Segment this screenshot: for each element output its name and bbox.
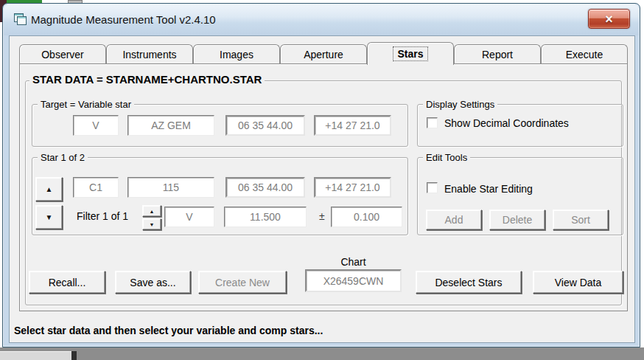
target-name-field[interactable]: AZ GEM: [127, 115, 214, 136]
close-button[interactable]: ×: [588, 9, 630, 29]
tab-images[interactable]: Images: [193, 44, 280, 63]
enable-editing-checkbox[interactable]: [427, 182, 438, 193]
app-icon: [14, 13, 27, 26]
target-group-title: Target = Variable star: [38, 99, 134, 110]
star-label-field[interactable]: 115: [127, 177, 214, 198]
target-ra-field[interactable]: 06 35 44.00: [225, 115, 305, 136]
plus-minus-label: ±: [319, 210, 325, 222]
status-text: Select star data and then select your va…: [14, 325, 323, 336]
tab-execute[interactable]: Execute: [541, 44, 628, 63]
down-arrow-icon: ▼: [150, 222, 155, 227]
deselect-stars-button[interactable]: Deselect Stars: [416, 271, 522, 294]
background-fragment-bottom-divider: [71, 351, 77, 360]
star-previous-button[interactable]: ▲: [35, 177, 63, 201]
background-fragment-bottom-left: [0, 351, 71, 360]
show-decimal-label: Show Decimal Coordinates: [444, 117, 569, 129]
add-button[interactable]: Add: [426, 210, 482, 230]
sort-button[interactable]: Sort: [553, 210, 609, 230]
filter-spin-up-button[interactable]: ▲: [142, 205, 161, 217]
filter-spin-down-button[interactable]: ▼: [142, 218, 161, 230]
tab-instruments[interactable]: Instruments: [106, 44, 193, 63]
save-as-button[interactable]: Save as...: [115, 271, 191, 294]
star-id-field[interactable]: C1: [73, 177, 119, 198]
window-title: Magnitude Measurement Tool v2.4.10: [31, 13, 216, 26]
filter-count-label: Filter 1 of 1: [77, 210, 128, 222]
display-settings-title: Display Settings: [423, 99, 497, 110]
tab-aperture[interactable]: Aperture: [280, 44, 367, 63]
enable-editing-label: Enable Star Editing: [444, 183, 533, 195]
app-window: Magnitude Measurement Tool v2.4.10 × Obs…: [2, 3, 640, 347]
down-arrow-icon: ▼: [46, 214, 53, 221]
up-arrow-icon: ▲: [150, 209, 155, 214]
title-bar[interactable]: Magnitude Measurement Tool v2.4.10: [4, 4, 639, 35]
star-group-title: Star 1 of 2: [38, 152, 88, 163]
star-ra-field[interactable]: 06 35 44.00: [225, 177, 305, 198]
tab-observer[interactable]: Observer: [19, 44, 106, 63]
target-dec-field[interactable]: +14 27 21.0: [314, 115, 391, 136]
background-band-bottom: [0, 347, 644, 360]
recall-button[interactable]: Recall...: [29, 271, 105, 294]
tab-report[interactable]: Report: [454, 44, 541, 63]
delete-button[interactable]: Delete: [489, 210, 545, 230]
create-new-button[interactable]: Create New: [198, 271, 287, 294]
up-arrow-icon: ▲: [46, 186, 53, 193]
chart-field[interactable]: X26459CWN: [305, 269, 402, 292]
chart-label: Chart: [305, 256, 402, 268]
error-field[interactable]: 0.100: [331, 207, 402, 227]
tab-stars[interactable]: Stars: [367, 42, 454, 65]
view-data-button[interactable]: View Data: [533, 271, 623, 294]
close-icon: ×: [605, 13, 613, 26]
star-data-group-title: STAR DATA = STARNAME+CHARTNO.STAR: [29, 73, 265, 86]
magnitude-field[interactable]: 11.500: [224, 207, 307, 227]
edit-tools-title: Edit Tools: [423, 152, 470, 163]
target-type-field[interactable]: V: [73, 115, 119, 136]
filter-band-field[interactable]: V: [164, 207, 214, 227]
show-decimal-checkbox[interactable]: [427, 117, 438, 128]
client-area: Observer Instruments Images Aperture Sta…: [9, 35, 635, 343]
star-dec-field[interactable]: +14 27 21.0: [314, 177, 391, 198]
star-next-button[interactable]: ▼: [35, 205, 63, 229]
